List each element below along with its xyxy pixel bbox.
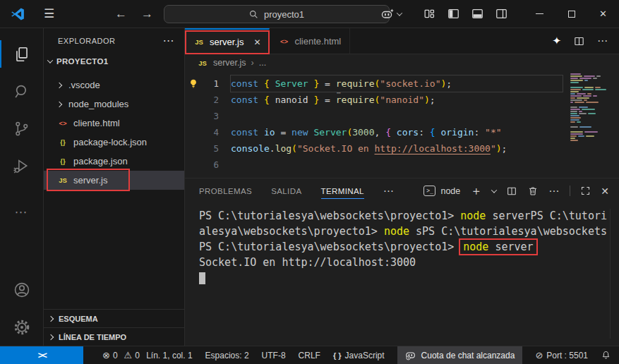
explorer-item-node_modules[interactable]: node_modules bbox=[44, 95, 184, 114]
code-line-1[interactable]: 1const { Server } = require("socket.io")… bbox=[185, 75, 619, 92]
code-text: console.log("Socket.IO en http://localho… bbox=[231, 140, 563, 157]
chevron-down-icon[interactable] bbox=[491, 187, 497, 193]
terminal-scrollbar[interactable] bbox=[610, 209, 611, 339]
toggle-primary-sidebar-icon[interactable] bbox=[447, 7, 460, 20]
close-panel-icon[interactable]: ✕ bbox=[601, 186, 609, 197]
explorer-item-package.json[interactable]: {}package.json bbox=[44, 152, 184, 171]
activity-account[interactable] bbox=[0, 271, 43, 308]
line-number: 4 bbox=[202, 127, 219, 138]
activity-more-actions[interactable]: ⋯ bbox=[0, 193, 43, 231]
minimap[interactable] bbox=[570, 73, 613, 144]
project-name: PROYECTO1 bbox=[56, 57, 108, 66]
breadcrumb-more[interactable]: ... bbox=[259, 58, 266, 68]
language-mode[interactable]: { } JavaScript bbox=[333, 351, 385, 360]
lightbulb-icon[interactable] bbox=[185, 78, 202, 89]
breadcrumb-file[interactable]: server.js bbox=[213, 58, 246, 68]
copilot-edit-icon[interactable]: ✦ bbox=[552, 35, 561, 47]
activity-source-control[interactable] bbox=[0, 110, 43, 147]
activity-explorer[interactable] bbox=[0, 35, 43, 73]
split-editor-icon[interactable] bbox=[573, 35, 585, 47]
tab-label: server.js bbox=[210, 37, 244, 47]
js-file-icon: JS bbox=[57, 176, 68, 184]
command-center-search[interactable]: proyecto1 bbox=[164, 5, 390, 23]
tab-server-js[interactable]: JS server.js ✕ bbox=[185, 28, 270, 54]
close-tab-icon[interactable]: ✕ bbox=[253, 37, 260, 47]
active-shell[interactable]: >_ node bbox=[423, 186, 460, 196]
source-control-icon bbox=[13, 120, 30, 138]
activity-settings[interactable] bbox=[0, 308, 43, 346]
warning-count: 0 bbox=[135, 351, 140, 360]
code-line-2[interactable]: 2const { nanoid } = require("nanoid"); bbox=[185, 92, 619, 108]
shell-name: node bbox=[440, 186, 460, 196]
explorer-item-package-lock.json[interactable]: {}package-lock.json bbox=[44, 133, 184, 152]
file-label: package.json bbox=[73, 156, 128, 166]
toggle-secondary-sidebar-icon[interactable] bbox=[495, 7, 508, 20]
section-timeline[interactable]: LÍNEA DE TIEMPO bbox=[44, 327, 184, 346]
line-number: 3 bbox=[202, 111, 219, 121]
explorer-item-server.js[interactable]: JSserver.js bbox=[44, 171, 184, 190]
code-line-4[interactable]: 4const io = new Server(3000, { cors: { o… bbox=[185, 124, 619, 140]
terminal-cursor bbox=[199, 272, 205, 284]
section-outline[interactable]: ESQUEMA bbox=[44, 309, 184, 327]
copilot-menu-button[interactable] bbox=[380, 7, 402, 21]
code-line-3[interactable]: 3 bbox=[185, 108, 619, 124]
panel-more-tabs-icon[interactable]: ⋯ bbox=[383, 185, 395, 198]
nav-forward-icon[interactable]: → bbox=[141, 7, 153, 21]
code-text bbox=[231, 157, 563, 173]
code-text: const { Server } = require("socket.io"); bbox=[231, 75, 563, 92]
status-bar: >< ⊗ 0 ⚠ 0 Lín. 1, col. 1 Espacios: 2 UT… bbox=[0, 346, 619, 364]
editor-more-actions-icon[interactable]: ⋯ bbox=[597, 35, 608, 47]
remote-indicator[interactable]: >< bbox=[0, 346, 83, 364]
project-root[interactable]: PROYECTO1 bbox=[44, 53, 184, 70]
problems-status[interactable]: ⊗ 0 ⚠ 0 bbox=[102, 350, 140, 360]
code-line-5[interactable]: 5console.log("Socket.IO en http://localh… bbox=[185, 140, 619, 157]
file-label: .vscode bbox=[68, 80, 100, 90]
line-number: 2 bbox=[202, 95, 219, 105]
tab-cliente-html[interactable]: <> cliente.html bbox=[270, 28, 350, 54]
sidebar-title: EXPLORADOR bbox=[58, 37, 115, 45]
nav-back-icon[interactable]: ← bbox=[115, 7, 127, 21]
menu-icon[interactable]: ☰ bbox=[44, 6, 54, 21]
customize-layout-icon[interactable] bbox=[423, 7, 436, 20]
chevron-right-icon bbox=[56, 82, 62, 87]
explorer-item-.vscode[interactable]: .vscode bbox=[44, 75, 184, 95]
eol-sequence[interactable]: CRLF bbox=[299, 351, 320, 360]
maximize-button[interactable] bbox=[555, 0, 587, 28]
activity-run-debug[interactable] bbox=[0, 147, 43, 185]
file-label: package-lock.json bbox=[73, 137, 147, 147]
new-terminal-icon[interactable]: ＋ bbox=[470, 183, 482, 199]
explorer-actions-icon[interactable]: ⋯ bbox=[163, 34, 175, 47]
terminal[interactable]: PS C:\tutorialesya\websockets\proyecto1>… bbox=[185, 203, 619, 346]
error-count: 0 bbox=[113, 351, 118, 360]
annotation-box: node server bbox=[459, 238, 537, 255]
json-file-icon: {} bbox=[57, 138, 68, 146]
toggle-panel-icon[interactable] bbox=[471, 7, 484, 20]
close-icon: ✕ bbox=[599, 8, 607, 19]
split-terminal-icon[interactable] bbox=[506, 186, 517, 197]
activity-search[interactable] bbox=[0, 73, 43, 110]
breadcrumb[interactable]: JS server.js › ... bbox=[185, 54, 619, 71]
chevron-right-icon bbox=[48, 315, 54, 321]
panel-tab-salida[interactable]: SALIDA bbox=[271, 178, 301, 203]
code-line-6[interactable]: 6 bbox=[185, 157, 619, 173]
kill-terminal-trash-icon[interactable] bbox=[527, 186, 539, 197]
close-button[interactable]: ✕ bbox=[587, 0, 619, 28]
json-file-icon: {} bbox=[57, 157, 68, 165]
copilot-quota-status[interactable]: Cuota de chat alcanzada bbox=[397, 346, 523, 364]
encoding[interactable]: UTF-8 bbox=[262, 351, 286, 360]
cursor-position[interactable]: Lín. 1, col. 1 bbox=[146, 351, 192, 360]
terminal-line-4: Socket.IO en http://localhost:3000 bbox=[199, 256, 619, 272]
panel-tab-problemas[interactable]: PROBLEMAS bbox=[199, 178, 252, 203]
maximize-panel-icon[interactable] bbox=[580, 186, 591, 196]
minimize-button[interactable] bbox=[524, 0, 555, 28]
file-label: node_modules bbox=[68, 99, 128, 109]
terminal-more-actions-icon[interactable]: ⋯ bbox=[548, 185, 560, 198]
notifications-bell[interactable] bbox=[601, 350, 611, 360]
terminal-icon: >_ bbox=[423, 186, 435, 196]
js-file-icon: JS bbox=[193, 38, 205, 46]
indentation[interactable]: Espacios: 2 bbox=[205, 351, 249, 360]
explorer-item-cliente.html[interactable]: <>cliente.html bbox=[44, 114, 184, 133]
port-forward[interactable]: ⊘ Port : 5501 bbox=[535, 350, 588, 360]
panel-tab-terminal[interactable]: TERMINAL bbox=[321, 178, 364, 203]
code-editor[interactable]: 1const { Server } = require("socket.io")… bbox=[185, 71, 619, 178]
